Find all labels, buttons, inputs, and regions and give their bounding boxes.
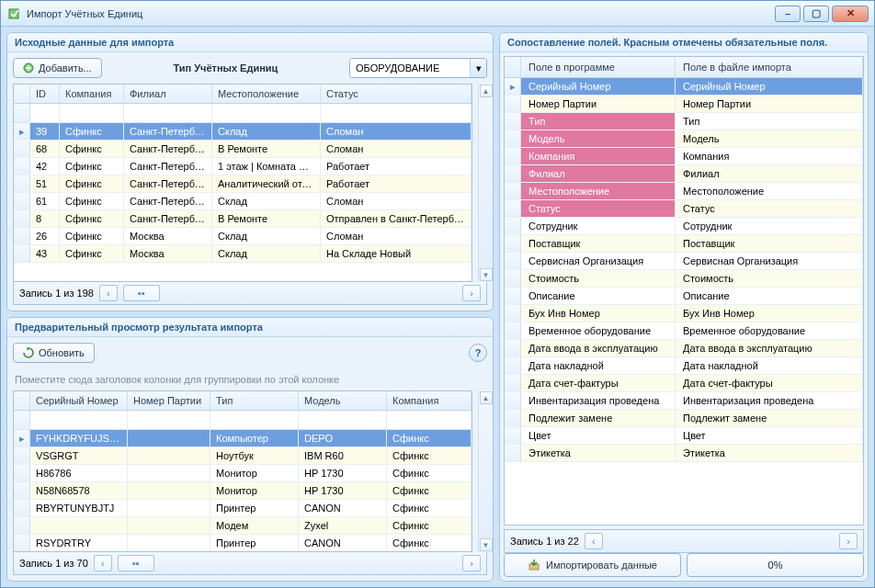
nav-thumb[interactable]: ▪▪ [123, 285, 160, 301]
preview-panel: Предварительный просмотр результата импо… [6, 317, 494, 582]
col-company[interactable]: Компания [387, 391, 472, 410]
nav-prev[interactable]: ‹ [94, 555, 112, 571]
app-icon [6, 6, 21, 21]
window-title: Импорт Учётных Единиц [27, 8, 775, 19]
col-file-field[interactable]: Поле в файле импорта [676, 57, 863, 77]
mapping-record-counter: Запись 1 из 22 [510, 536, 579, 547]
mapping-row[interactable]: Сотрудник Сотрудник [505, 218, 863, 235]
source-record-counter: Запись 1 из 198 [19, 288, 94, 299]
mapping-panel: Сопоставление полей. Красным отмечены об… [499, 32, 869, 582]
type-combo-input[interactable] [350, 59, 470, 77]
mapping-row[interactable]: Этикетка Этикетка [505, 445, 863, 462]
group-hint: Поместите сюда заголовок колонки для гру… [7, 368, 493, 390]
nav-next[interactable]: › [839, 533, 858, 549]
mapping-row[interactable]: Статус Статус [505, 200, 863, 218]
mapping-panel-title: Сопоставление полей. Красным отмечены об… [500, 33, 868, 52]
chevron-down-icon[interactable]: ▾ [470, 59, 486, 77]
maximize-button[interactable]: ▢ [803, 6, 829, 22]
type-label: Тип Учётных Единиц [109, 62, 342, 74]
table-row[interactable]: 42 Сфинкс Санкт-Петербург 1 этаж | Комна… [14, 158, 472, 175]
mapping-row[interactable]: Местоположение Местоположение [505, 183, 863, 200]
mapping-row[interactable]: Описание Описание [505, 288, 863, 305]
table-row[interactable]: N58N68578 Монитор HP 1730 Сфинкс [14, 482, 472, 500]
mapping-row[interactable]: Филиал Филиал [505, 165, 863, 183]
nav-next[interactable]: › [462, 285, 481, 301]
table-row[interactable]: ▸ FYHKDRYFUJSRTUH Компьютер DEPO Сфинкс [14, 430, 472, 447]
mapping-row[interactable]: Инвентаризация проведена Инвентаризация … [505, 392, 863, 410]
nav-prev[interactable]: ‹ [99, 285, 118, 301]
close-button[interactable]: ✕ [832, 6, 869, 22]
mapping-row[interactable]: ▸ Серийный Номер Серийный Номер [505, 78, 863, 96]
table-row[interactable]: H86786 Монитор HP 1730 Сфинкс [14, 465, 472, 482]
mapping-row[interactable]: Временное оборудование Временное оборудо… [505, 322, 863, 340]
row-indicator-header [14, 85, 30, 103]
scrollbar[interactable]: ▲ ▼ [478, 84, 493, 282]
col-branch[interactable]: Филиал [124, 85, 212, 103]
nav-next[interactable]: › [462, 555, 481, 571]
table-row[interactable]: Модем Zyxel Сфинкс [14, 517, 472, 535]
preview-record-counter: Запись 1 из 70 [19, 558, 88, 569]
add-button[interactable]: Добавить... [13, 58, 102, 78]
add-button-label: Добавить... [39, 62, 92, 74]
col-company[interactable]: Компания [60, 85, 124, 103]
table-row[interactable]: RBYRTUNYBJTJ Принтер CANON Сфинкс [14, 500, 472, 517]
mapping-row[interactable]: Дата накладной Дата накладной [505, 357, 863, 375]
table-row[interactable]: 8 Сфинкс Санкт-Петербург В Ремонте Отпра… [14, 210, 472, 228]
mapping-row[interactable]: Поставщик Поставщик [505, 235, 863, 253]
refresh-button-label: Обновить [39, 347, 85, 358]
col-model[interactable]: Модель [299, 391, 387, 410]
progress-label: 0% [768, 560, 783, 571]
progress-indicator: 0% [687, 553, 864, 577]
col-program-field[interactable]: Поле в программе [521, 57, 676, 77]
col-status[interactable]: Статус [321, 85, 472, 103]
scroll-up-icon[interactable]: ▲ [480, 391, 493, 404]
table-row[interactable]: 68 Сфинкс Санкт-Петербург В Ремонте Слом… [14, 141, 472, 158]
preview-grid-footer: Запись 1 из 70 ‹ ▪▪ › [13, 552, 487, 575]
scroll-down-icon[interactable]: ▼ [480, 538, 493, 551]
col-id[interactable]: ID [30, 85, 60, 103]
col-location[interactable]: Местоположение [212, 85, 321, 103]
mapping-row[interactable]: Подлежит замене Подлежит замене [505, 410, 863, 427]
col-type[interactable]: Тип [210, 391, 299, 410]
mapping-row[interactable]: Компания Компания [505, 148, 863, 165]
help-icon[interactable]: ? [469, 344, 487, 362]
nav-thumb[interactable]: ▪▪ [118, 555, 154, 571]
import-window: Импорт Учётных Единиц – ▢ ✕ Исходные дан… [0, 0, 875, 588]
mapping-row[interactable]: Стоимость Стоимость [505, 270, 863, 288]
mapping-row[interactable]: Цвет Цвет [505, 427, 863, 445]
import-button-label: Импортировать данные [546, 560, 657, 571]
nav-prev[interactable]: ‹ [585, 533, 603, 549]
mapping-row[interactable]: Дата счет-фактуры Дата счет-фактуры [505, 375, 863, 392]
titlebar[interactable]: Импорт Учётных Единиц – ▢ ✕ [1, 1, 874, 27]
scrollbar[interactable]: ▲ ▼ [478, 390, 493, 552]
col-batch[interactable]: Номер Партии [128, 391, 210, 410]
refresh-button[interactable]: Обновить [13, 343, 95, 363]
minimize-button[interactable]: – [775, 6, 801, 22]
import-button[interactable]: Импортировать данные [504, 553, 681, 577]
table-row[interactable]: RSYDRTRY Принтер CANON Сфинкс [14, 535, 472, 551]
preview-panel-title: Предварительный просмотр результата импо… [7, 318, 493, 337]
type-combo[interactable]: ▾ [349, 58, 487, 78]
mapping-grid[interactable]: Поле в программе Поле в файле импорта ▸ … [504, 56, 864, 526]
mapping-row[interactable]: Бух Инв Номер Бух Инв Номер [505, 305, 863, 322]
source-panel: Исходные данные для импорта Добавить... … [6, 32, 494, 311]
mapping-row[interactable]: Дата ввода в эксплуатацию Дата ввода в э… [505, 340, 863, 357]
scroll-up-icon[interactable]: ▲ [480, 85, 493, 97]
table-row[interactable]: 26 Сфинкс Москва Склад Сломан [14, 228, 472, 245]
table-row[interactable]: 43 Сфинкс Москва Склад На Складе Новый [14, 245, 472, 263]
mapping-row[interactable]: Модель Модель [505, 130, 863, 148]
table-row[interactable]: 61 Сфинкс Санкт-Петербург Склад Сломан [14, 193, 472, 210]
scroll-down-icon[interactable]: ▼ [480, 268, 493, 281]
source-panel-title: Исходные данные для импорта [7, 33, 493, 52]
mapping-grid-footer: Запись 1 из 22 ‹ › [504, 529, 864, 553]
table-row[interactable]: ▸ 39 Сфинкс Санкт-Петербург Склад Сломан [14, 123, 472, 141]
preview-grid[interactable]: Серийный Номер Номер Партии Тип Модель К… [13, 390, 472, 552]
source-grid-footer: Запись 1 из 198 ‹ ▪▪ › [13, 282, 487, 305]
mapping-row[interactable]: Номер Партии Номер Партии [505, 96, 863, 113]
table-row[interactable]: 51 Сфинкс Санкт-Петербург Аналитический … [14, 175, 472, 193]
source-grid[interactable]: ID Компания Филиал Местоположение Статус… [13, 84, 472, 282]
col-sn[interactable]: Серийный Номер [30, 391, 128, 410]
table-row[interactable]: VSGRGT Ноутбук IBM R60 Сфинкс [14, 447, 472, 465]
mapping-row[interactable]: Сервисная Организация Сервисная Организа… [505, 253, 863, 270]
mapping-row[interactable]: Тип Тип [505, 113, 863, 130]
